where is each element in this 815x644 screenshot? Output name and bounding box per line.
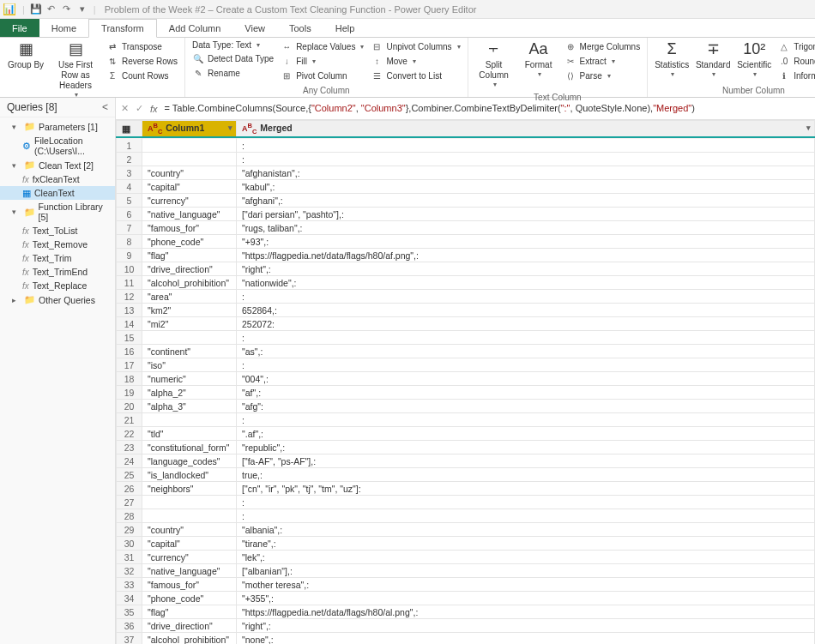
- redo-button[interactable]: ↷: [59, 2, 75, 17]
- table-row[interactable]: 37 "alcohol_prohibition" "none",:: [117, 633, 815, 644]
- table-row[interactable]: 29 "country" "albania",:: [117, 523, 815, 537]
- cell-column1[interactable]: "famous_for": [142, 578, 237, 592]
- cell-merged[interactable]: 652864,:: [237, 304, 815, 317]
- row-number[interactable]: 26: [117, 482, 142, 496]
- query-item-clean-text-2-[interactable]: ▾📁Clean Text [2]: [0, 158, 115, 172]
- query-item-filelocation-c-users-i-[interactable]: ⚙FileLocation (C:\Users\I...: [0, 134, 115, 158]
- statistics-button[interactable]: ΣStatistics▾: [653, 39, 691, 81]
- cell-column1[interactable]: "is_landlocked": [142, 468, 237, 482]
- cell-merged[interactable]: :: [237, 290, 815, 304]
- cell-column1[interactable]: "alpha_3": [142, 400, 237, 413]
- row-number[interactable]: 16: [117, 345, 142, 358]
- detect-data-type-button[interactable]: 🔍Detect Data Type: [190, 51, 275, 65]
- cell-merged[interactable]: :: [237, 509, 815, 523]
- cell-merged[interactable]: :: [237, 413, 815, 427]
- cell-merged[interactable]: "https://flagpedia.net/data/flags/h80/al…: [237, 605, 815, 619]
- trigonometry-button[interactable]: △Trigonometry▾: [776, 39, 815, 53]
- row-number[interactable]: 31: [117, 551, 142, 564]
- cell-column1[interactable]: "mi2": [142, 317, 237, 331]
- cell-merged[interactable]: :: [237, 331, 815, 345]
- table-row[interactable]: 13 "km2" 652864,:: [117, 304, 815, 317]
- cell-column1[interactable]: "flag": [142, 249, 237, 262]
- cell-merged[interactable]: "tirane",:: [237, 537, 815, 551]
- cell-column1[interactable]: [142, 496, 237, 509]
- table-row[interactable]: 24 "language_codes" ["fa-AF", "ps-AF"],:: [117, 454, 815, 468]
- row-number[interactable]: 20: [117, 400, 142, 413]
- use-first-row-button[interactable]: ▤Use First Row as Headers▾: [50, 39, 101, 101]
- extract-button[interactable]: ✂Extract▾: [563, 54, 643, 68]
- formula-accept-icon[interactable]: ✓: [136, 103, 143, 114]
- cell-merged[interactable]: "none",:: [237, 633, 815, 644]
- row-number[interactable]: 1: [117, 139, 142, 153]
- table-row[interactable]: 19 "alpha_2" "af",:: [117, 386, 815, 400]
- row-number[interactable]: 11: [117, 276, 142, 290]
- fill-button[interactable]: ↓Fill▾: [279, 54, 365, 68]
- cell-merged[interactable]: "albania",:: [237, 523, 815, 537]
- row-number[interactable]: 3: [117, 166, 142, 180]
- table-row[interactable]: 33 "famous_for" "mother teresa",:: [117, 578, 815, 592]
- cell-column1[interactable]: "neighbors": [142, 482, 237, 496]
- row-number[interactable]: 34: [117, 592, 142, 605]
- row-number[interactable]: 2: [117, 153, 142, 166]
- row-number[interactable]: 23: [117, 441, 142, 454]
- table-row[interactable]: 3 "country" "afghanistan",:: [117, 166, 815, 180]
- parse-button[interactable]: ⟨⟩Parse▾: [563, 69, 643, 82]
- column-header-merged[interactable]: ABCMerged▾: [237, 121, 815, 137]
- cell-column1[interactable]: "tld": [142, 427, 237, 441]
- table-row[interactable]: 10 "drive_direction" "right",:: [117, 262, 815, 276]
- table-row[interactable]: 15 :: [117, 331, 815, 345]
- row-number[interactable]: 10: [117, 262, 142, 276]
- row-number[interactable]: 6: [117, 208, 142, 221]
- cell-column1[interactable]: [142, 331, 237, 345]
- row-number[interactable]: 22: [117, 427, 142, 441]
- query-item-text-trim[interactable]: fxText_Trim: [0, 251, 115, 265]
- table-row[interactable]: 8 "phone_code" "+93",:: [117, 235, 815, 249]
- row-number[interactable]: 13: [117, 304, 142, 317]
- cell-merged[interactable]: ["fa-AF", "ps-AF"],:: [237, 454, 815, 468]
- information-button[interactable]: ℹInformation▾: [776, 69, 815, 82]
- cell-merged[interactable]: true,:: [237, 468, 815, 482]
- cell-column1[interactable]: "alcohol_prohibition": [142, 276, 237, 290]
- cell-merged[interactable]: ["albanian"],:: [237, 564, 815, 578]
- row-number[interactable]: 35: [117, 605, 142, 619]
- row-number[interactable]: 9: [117, 249, 142, 262]
- cell-column1[interactable]: "area": [142, 290, 237, 304]
- cell-merged[interactable]: 252072:: [237, 317, 815, 331]
- save-button[interactable]: 💾: [28, 2, 44, 17]
- cell-column1[interactable]: "km2": [142, 304, 237, 317]
- cell-merged[interactable]: ".af",:: [237, 427, 815, 441]
- grid-corner[interactable]: ▦: [117, 121, 142, 137]
- query-item-text-trimend[interactable]: fxText_TrimEnd: [0, 265, 115, 279]
- table-row[interactable]: 27 :: [117, 496, 815, 509]
- row-number[interactable]: 21: [117, 413, 142, 427]
- cell-merged[interactable]: "rugs, taliban",:: [237, 221, 815, 235]
- tab-tools[interactable]: Tools: [277, 19, 323, 37]
- table-row[interactable]: 11 "alcohol_prohibition" "nationwide",:: [117, 276, 815, 290]
- row-number[interactable]: 36: [117, 619, 142, 633]
- cell-column1[interactable]: "drive_direction": [142, 619, 237, 633]
- table-row[interactable]: 26 "neighbors" ["cn", "ir", "pk", "tj", …: [117, 482, 815, 496]
- filter-icon[interactable]: ▾: [806, 123, 811, 132]
- table-row[interactable]: 2 :: [117, 153, 815, 166]
- cell-merged[interactable]: :: [237, 358, 815, 372]
- replace-values-button[interactable]: ↔Replace Values▾: [279, 39, 365, 53]
- table-row[interactable]: 18 "numeric" "004",:: [117, 372, 815, 386]
- cell-column1[interactable]: [142, 139, 237, 153]
- table-row[interactable]: 25 "is_landlocked" true,:: [117, 468, 815, 482]
- rounding-button[interactable]: .0Rounding▾: [776, 54, 815, 68]
- filter-icon[interactable]: ▾: [228, 123, 232, 132]
- row-number[interactable]: 12: [117, 290, 142, 304]
- cell-column1[interactable]: "flag": [142, 605, 237, 619]
- cell-merged[interactable]: :: [237, 139, 815, 153]
- tab-home[interactable]: Home: [39, 19, 88, 37]
- cell-merged[interactable]: :: [237, 496, 815, 509]
- cell-merged[interactable]: "nationwide",:: [237, 276, 815, 290]
- row-number[interactable]: 30: [117, 537, 142, 551]
- table-row[interactable]: 34 "phone_code" "+355",:: [117, 592, 815, 605]
- cell-column1[interactable]: [142, 509, 237, 523]
- row-number[interactable]: 17: [117, 358, 142, 372]
- rename-button[interactable]: ✎Rename: [190, 66, 275, 80]
- table-row[interactable]: 4 "capital" "kabul",:: [117, 180, 815, 194]
- table-row[interactable]: 9 "flag" "https://flagpedia.net/data/fla…: [117, 249, 815, 262]
- table-row[interactable]: 14 "mi2" 252072:: [117, 317, 815, 331]
